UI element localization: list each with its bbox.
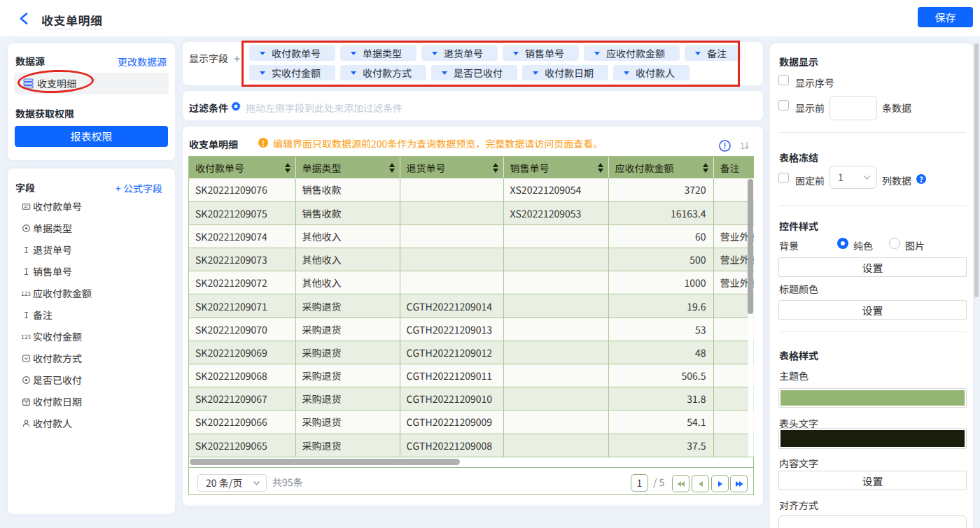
svg-text:1: 1 [740, 141, 745, 151]
